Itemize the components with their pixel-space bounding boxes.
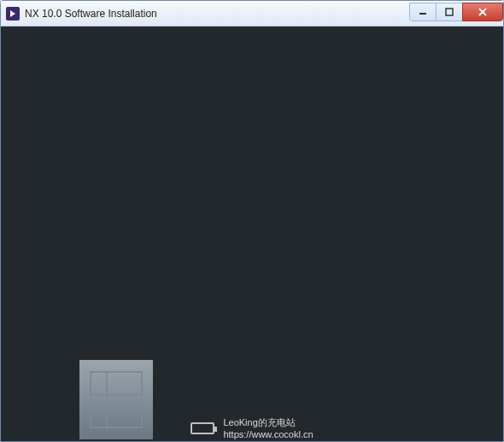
window-title: NX 10.0 Software Installation: [25, 8, 410, 20]
window-controls: [410, 3, 503, 21]
maximize-button[interactable]: [436, 3, 463, 21]
titlebar: NX 10.0 Software Installation: [1, 1, 503, 27]
content-area: SIEMENS NX 10.0: [1, 27, 503, 441]
svg-rect-2: [446, 9, 453, 15]
image-grid: SIEMENS: [1, 27, 308, 441]
grid-tile: [156, 360, 230, 439]
svg-marker-0: [10, 10, 15, 17]
close-button[interactable]: [462, 3, 503, 21]
app-icon: [6, 7, 20, 21]
grid-tile: [1, 27, 503, 441]
minimize-button[interactable]: [409, 3, 437, 21]
installer-window: NX 10.0 Software Installation SIEMENS: [0, 0, 504, 442]
grid-tile: [79, 360, 153, 439]
